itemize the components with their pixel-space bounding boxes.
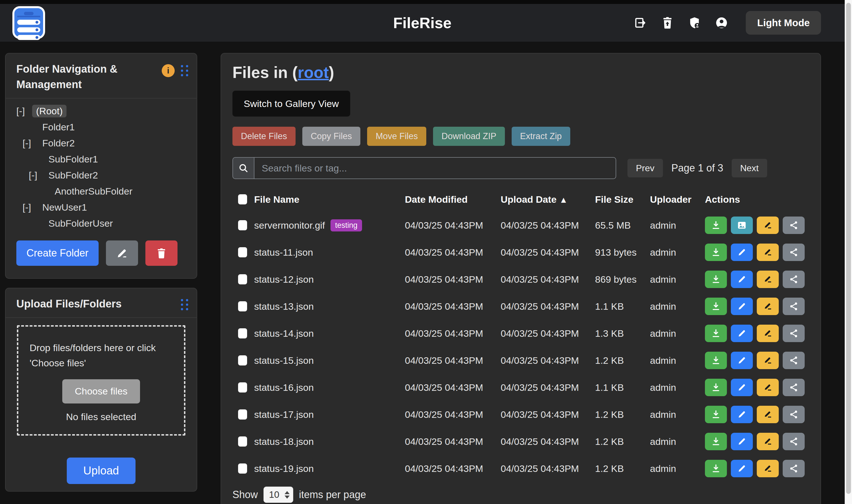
items-per-page-select[interactable]: 10 <box>263 487 293 503</box>
rename-file-button[interactable] <box>757 352 779 369</box>
row-checkbox[interactable] <box>238 436 247 447</box>
share-file-button[interactable] <box>783 379 805 396</box>
share-file-button[interactable] <box>783 433 805 450</box>
tree-label[interactable]: SubFolder2 <box>45 169 102 182</box>
root-folder-link[interactable]: root <box>297 64 329 82</box>
delete-files-button[interactable]: Delete Files <box>232 127 296 146</box>
download-file-button[interactable] <box>705 379 727 396</box>
share-file-button[interactable] <box>783 217 805 234</box>
tree-expander[interactable]: [-] <box>22 202 38 213</box>
tree-expander[interactable]: [-] <box>22 138 38 149</box>
create-folder-button[interactable]: Create Folder <box>16 240 99 266</box>
row-checkbox[interactable] <box>238 220 247 230</box>
trash-restore-icon[interactable] <box>661 16 674 30</box>
edit-file-button[interactable] <box>731 325 753 342</box>
tree-expander[interactable]: [-] <box>29 170 45 181</box>
row-checkbox[interactable] <box>238 274 247 284</box>
admin-shield-icon[interactable] <box>688 16 701 30</box>
row-checkbox[interactable] <box>238 355 247 365</box>
tree-label[interactable]: SubFolderUser <box>45 217 117 230</box>
download-file-button[interactable] <box>705 460 727 477</box>
row-checkbox[interactable] <box>238 247 247 257</box>
search-input[interactable] <box>254 157 616 179</box>
column-upload-date[interactable]: Upload Date▲ <box>501 194 595 205</box>
file-dropzone[interactable]: Drop files/folders here or click 'Choose… <box>17 325 186 436</box>
delete-folder-button[interactable] <box>145 240 177 266</box>
file-name[interactable]: status-18.json <box>254 436 314 447</box>
download-file-button[interactable] <box>705 217 727 234</box>
file-name[interactable]: status-17.json <box>254 409 314 420</box>
rename-file-button[interactable] <box>757 325 779 342</box>
extract-zip-button[interactable]: Extract Zip <box>512 127 570 146</box>
rename-folder-button[interactable] <box>106 240 138 266</box>
download-file-button[interactable] <box>705 325 727 342</box>
file-name[interactable]: status-16.json <box>254 382 314 393</box>
switch-gallery-view-button[interactable]: Switch to Gallery View <box>232 91 350 116</box>
rename-file-button[interactable] <box>757 217 779 234</box>
select-all-checkbox[interactable] <box>238 194 247 204</box>
file-name[interactable]: status-11.json <box>254 247 313 258</box>
prev-page-button[interactable]: Prev <box>627 159 663 177</box>
choose-files-button[interactable]: Choose files <box>62 379 140 403</box>
edit-file-button[interactable] <box>731 298 753 315</box>
row-checkbox[interactable] <box>238 301 247 311</box>
tree-label[interactable]: Folder1 <box>38 121 79 133</box>
rename-file-button[interactable] <box>757 379 779 396</box>
tree-label[interactable]: AnotherSubFolder <box>51 185 136 198</box>
edit-file-button[interactable] <box>731 433 753 450</box>
share-file-button[interactable] <box>783 244 805 261</box>
share-file-button[interactable] <box>783 460 805 477</box>
edit-file-button[interactable] <box>731 460 753 477</box>
folder-tree-item[interactable]: [-] NewUser1 <box>6 199 197 215</box>
row-checkbox[interactable] <box>238 382 247 393</box>
tree-label[interactable]: Folder2 <box>38 137 79 149</box>
column-date-modified[interactable]: Date Modified <box>405 194 501 205</box>
folder-tree-item[interactable]: SubFolderUser <box>6 215 197 231</box>
tree-label[interactable]: NewUser1 <box>38 201 91 214</box>
file-name[interactable]: status-19.json <box>254 463 314 474</box>
edit-file-button[interactable] <box>731 352 753 369</box>
download-zip-button[interactable]: Download ZIP <box>433 127 505 146</box>
tree-label[interactable]: SubFolder1 <box>45 153 102 165</box>
logout-icon[interactable] <box>633 16 647 30</box>
drag-handle-icon[interactable] <box>181 65 188 76</box>
folder-tree-item[interactable]: [-] SubFolder2 <box>6 167 197 183</box>
edit-file-button[interactable] <box>731 406 753 423</box>
column-file-name[interactable]: File Name <box>254 194 405 205</box>
rename-file-button[interactable] <box>757 244 779 261</box>
tree-label[interactable]: (Root) <box>32 105 67 118</box>
download-file-button[interactable] <box>705 433 727 450</box>
folder-tree-item[interactable]: [-] (Root) <box>6 103 197 119</box>
share-file-button[interactable] <box>783 271 805 288</box>
folder-tree-item[interactable]: SubFolder1 <box>6 151 197 167</box>
edit-file-button[interactable] <box>731 244 753 261</box>
rename-file-button[interactable] <box>757 433 779 450</box>
rename-file-button[interactable] <box>757 271 779 288</box>
share-file-button[interactable] <box>783 298 805 315</box>
folder-tree-item[interactable]: [-] Folder2 <box>6 135 197 151</box>
next-page-button[interactable]: Next <box>732 159 767 177</box>
file-name[interactable]: status-13.json <box>254 301 314 312</box>
share-file-button[interactable] <box>783 352 805 369</box>
file-name[interactable]: status-15.json <box>254 355 314 366</box>
rename-file-button[interactable] <box>757 298 779 315</box>
scrollbar-thumb[interactable] <box>846 3 851 494</box>
page-scrollbar[interactable] <box>845 0 852 504</box>
download-file-button[interactable] <box>705 298 727 315</box>
row-checkbox[interactable] <box>238 328 247 339</box>
share-file-button[interactable] <box>783 325 805 342</box>
upload-button[interactable]: Upload <box>67 457 136 484</box>
file-name[interactable]: status-14.json <box>254 328 314 339</box>
rename-file-button[interactable] <box>757 406 779 423</box>
file-name[interactable]: status-12.json <box>254 274 314 285</box>
info-icon[interactable]: i <box>162 64 175 77</box>
column-file-size[interactable]: File Size <box>595 194 650 205</box>
tree-expander[interactable]: [-] <box>16 106 32 116</box>
copy-files-button[interactable]: Copy Files <box>302 127 360 146</box>
download-file-button[interactable] <box>705 406 727 423</box>
light-mode-toggle-button[interactable]: Light Mode <box>746 11 821 35</box>
folder-tree-item[interactable]: Folder1 <box>6 119 197 135</box>
move-files-button[interactable]: Move Files <box>367 127 426 146</box>
download-file-button[interactable] <box>705 271 727 288</box>
edit-file-button[interactable] <box>731 271 753 288</box>
